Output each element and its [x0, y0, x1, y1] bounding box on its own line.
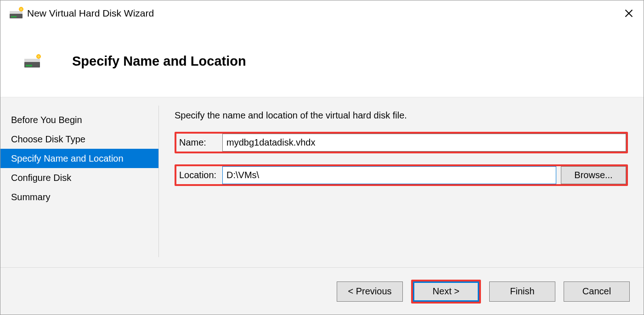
step-summary[interactable]: Summary [0, 187, 159, 207]
name-row-highlight: Name: [175, 132, 628, 153]
browse-button[interactable]: Browse... [561, 166, 626, 184]
name-input[interactable] [222, 134, 626, 152]
wizard-header: Specify Name and Location [0, 26, 644, 97]
page-title: Specify Name and Location [72, 54, 246, 69]
intro-text: Specify the name and location of the vir… [175, 110, 628, 121]
finish-button[interactable]: Finish [489, 281, 555, 302]
wizard-steps: Before You Begin Choose Disk Type Specif… [0, 97, 159, 267]
window-title: New Virtual Hard Disk Wizard [27, 8, 622, 19]
close-icon [624, 9, 633, 18]
disk-icon [24, 56, 40, 68]
next-button[interactable]: Next > [413, 281, 479, 302]
step-specify-name-and-location[interactable]: Specify Name and Location [0, 149, 159, 168]
close-button[interactable] [622, 7, 635, 20]
step-before-you-begin[interactable]: Before You Begin [0, 110, 159, 129]
location-label: Location: [176, 166, 222, 184]
title-bar: New Virtual Hard Disk Wizard [0, 0, 644, 26]
next-button-highlight: Next > [411, 280, 481, 304]
location-input[interactable] [222, 166, 556, 184]
location-row-highlight: Location: Browse... [175, 164, 628, 186]
wizard-content: Specify the name and location of the vir… [159, 97, 644, 267]
wizard-footer: < Previous Next > Finish Cancel [0, 267, 644, 315]
step-configure-disk[interactable]: Configure Disk [0, 168, 159, 187]
step-choose-disk-type[interactable]: Choose Disk Type [0, 129, 159, 149]
disk-icon [10, 8, 23, 18]
cancel-button[interactable]: Cancel [564, 281, 630, 302]
previous-button[interactable]: < Previous [337, 281, 403, 302]
name-label: Name: [176, 134, 222, 152]
wizard-body: Before You Begin Choose Disk Type Specif… [0, 97, 644, 267]
